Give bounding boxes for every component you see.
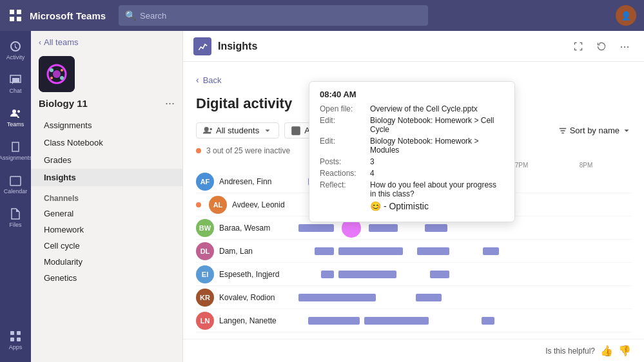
bar [338, 247, 403, 255]
nav-teams-label: Teams [7, 121, 24, 128]
table-row: EI Espeseth, Ingjerd [196, 263, 631, 286]
tooltip-posts-label: Posts: [320, 157, 365, 166]
tooltip-open-file-value: Overview of the Cell Cycle.pptx [370, 104, 504, 113]
student-name: Baraa, Wesam [219, 224, 290, 233]
tooltip-reactions-label: Reactions: [320, 169, 365, 178]
sidebar-channel-homework[interactable]: Homework [31, 222, 182, 238]
activity-bars [295, 309, 631, 332]
refresh-button[interactable] [592, 37, 610, 55]
student-name: Andresen, Finn [219, 177, 290, 186]
thumbs-down-button[interactable]: 👎 [618, 345, 631, 357]
activity-bars [295, 263, 631, 285]
channels-section-title: Channels [31, 189, 182, 205]
bar [338, 271, 396, 278]
bar [308, 317, 360, 325]
sidebar-channel-genetics[interactable]: Genetics [31, 270, 182, 286]
avatar: KR [196, 289, 214, 307]
sort-dropdown[interactable]: Sort by name [558, 126, 631, 135]
status-indicator [196, 148, 201, 153]
svg-rect-1 [17, 10, 21, 14]
student-name: Langen, Nanette [219, 316, 290, 325]
all-students-label: All students [216, 126, 259, 135]
bar [364, 317, 429, 325]
svg-point-15 [61, 69, 63, 71]
activity-bars [295, 240, 631, 262]
team-section: Biology 11 ··· [31, 51, 182, 114]
nav-assignments-label: Assignments [0, 155, 32, 161]
search-input[interactable] [140, 11, 422, 21]
tooltip-edit1-label: Edit: [320, 116, 365, 134]
all-students-dropdown[interactable]: All students [196, 122, 279, 138]
tooltip-edit1-value: Biology Notebook: Homework > Cell Cycle [370, 116, 504, 134]
nav-calendar-label: Calendar [4, 188, 28, 195]
bar [483, 247, 499, 255]
tooltip-edit1-row: Edit: Biology Notebook: Homework > Cell … [320, 116, 504, 134]
nav-apps-label: Apps [9, 344, 23, 350]
back-label: Back [203, 75, 222, 85]
tooltip-reflect-answer: 😊 - Optimistic [370, 201, 504, 211]
bar [416, 294, 442, 301]
bar [298, 224, 334, 232]
content-area: Insights ··· ‹ Back Digital activ [183, 31, 644, 362]
more-options-button[interactable]: ··· [616, 37, 634, 55]
svg-rect-7 [10, 338, 14, 341]
sidebar-item-assignments[interactable]: Assignments [31, 117, 182, 134]
bar [321, 271, 334, 278]
svg-point-13 [60, 76, 64, 80]
content-header: Insights ··· [183, 31, 644, 62]
tooltip-edit2-value: Biology Notebook: Homework > Modules [370, 137, 504, 155]
tooltip-open-file-label: Open file: [320, 104, 365, 113]
sidebar-channel-modularity[interactable]: Modularity [31, 254, 182, 270]
team-name: Biology 11 [39, 98, 88, 109]
tooltip-posts-value: 3 [370, 157, 504, 166]
nav-chat-label: Chat [9, 88, 21, 94]
team-logo [39, 56, 75, 92]
search-bar[interactable]: 🔍 [119, 5, 428, 26]
tooltip-reflect-answer-row: 😊 - Optimistic [320, 201, 504, 211]
bar [298, 294, 376, 301]
sidebar-header: ‹ All teams [31, 31, 182, 51]
sidebar-item-insights[interactable]: Insights [31, 169, 182, 186]
table-row: LN Langen, Nanette [196, 309, 631, 332]
activity-bars [295, 286, 631, 309]
nav-teams[interactable]: Teams [0, 100, 31, 134]
tooltip-popup: 08:40 AM Open file: Overview of the Cell… [309, 81, 515, 222]
student-name: Avdeev, Leonid [232, 200, 303, 209]
tooltip-reactions-value: 4 [370, 169, 504, 178]
nav-assignments[interactable]: Assignments [0, 134, 31, 167]
nav-apps[interactable]: Apps [0, 323, 31, 357]
tooltip-edit2-row: Edit: Biology Notebook: Homework > Modul… [320, 137, 504, 155]
sidebar-channel-general[interactable]: General [31, 205, 182, 222]
tooltip-open-file-row: Open file: Overview of the Cell Cycle.pp… [320, 104, 504, 113]
topbar: Microsoft Teams 🔍 👤 [0, 0, 644, 31]
svg-rect-3 [17, 17, 21, 21]
inactive-dot [196, 202, 201, 207]
nav-activity[interactable]: Activity [0, 33, 31, 67]
grid-icon[interactable] [8, 8, 23, 23]
sidebar-item-grades[interactable]: Grades [31, 151, 182, 169]
nav-files-label: Files [9, 222, 21, 228]
thumbs-up-button[interactable]: 👍 [600, 345, 613, 357]
expand-button[interactable] [569, 37, 587, 55]
sidebar-channel-cell-cycle[interactable]: Cell cycle [31, 238, 182, 254]
all-teams-back-button[interactable]: ‹ All teams [39, 37, 78, 47]
back-arrow-icon: ‹ [196, 75, 199, 85]
bar [315, 247, 334, 255]
team-more-button[interactable]: ··· [165, 97, 175, 109]
table-row: DL Dam, Lan [196, 240, 631, 263]
nav-files[interactable]: Files [0, 201, 31, 234]
sidebar-item-class-notebook[interactable]: Class Notebook [31, 134, 182, 151]
status-text: 3 out of 25 were inactive [206, 146, 290, 155]
bar [417, 247, 449, 255]
insights-icon [193, 37, 211, 55]
sort-label: Sort by name [570, 126, 620, 135]
avatar[interactable]: 👤 [616, 5, 636, 26]
nav-calendar[interactable]: Calendar [0, 167, 31, 201]
nav-rail: Activity Chat Teams Assignments Calendar… [0, 31, 31, 362]
nav-chat[interactable]: Chat [0, 67, 31, 100]
avatar: AL [209, 196, 227, 214]
search-icon: 🔍 [125, 10, 136, 21]
avatar: AF [196, 173, 214, 191]
content-title: Insights [218, 41, 563, 52]
tooltip-reflect-row: Reflect: How do you feel about your prog… [320, 180, 504, 198]
